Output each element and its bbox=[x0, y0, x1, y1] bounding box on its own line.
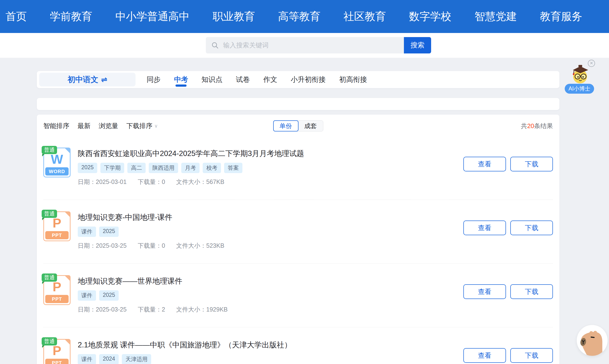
file-type-icon: 普通PPPT bbox=[43, 211, 71, 241]
item-title[interactable]: 地理知识竞赛-中国地理-课件 bbox=[78, 212, 463, 222]
sort-option-2[interactable]: 浏览量 bbox=[99, 122, 118, 130]
download-button[interactable]: 下载 bbox=[510, 284, 553, 299]
download-button[interactable]: 下载 bbox=[510, 157, 553, 171]
item-title[interactable]: 地理知识竞赛——世界地理课件 bbox=[78, 276, 463, 286]
sort-option-0[interactable]: 智能排序 bbox=[43, 122, 69, 130]
tag-4: 月考 bbox=[181, 163, 200, 173]
nav-item-0[interactable]: 首页 bbox=[6, 9, 27, 24]
nav-item-5[interactable]: 社区教育 bbox=[343, 9, 386, 24]
item-tags: 课件2025 bbox=[78, 227, 463, 237]
tag-2: 高二 bbox=[127, 163, 146, 173]
tag-1: 2025 bbox=[99, 227, 119, 237]
nav-item-7[interactable]: 智慧党建 bbox=[474, 9, 517, 24]
sort-options: 智能排序最新浏览量下载排序∨ bbox=[43, 122, 273, 130]
tag-1: 下学期 bbox=[100, 163, 124, 173]
item-meta: 日期：2025-03-25下载量：2文件大小：1929KB bbox=[78, 306, 463, 313]
item-title[interactable]: 陕西省西安虹途职业高中2024-2025学年高二下学期3月月考地理试题 bbox=[78, 149, 463, 159]
item-size: 文件大小：523KB bbox=[176, 242, 224, 250]
tab-6[interactable]: 初高衔接 bbox=[339, 71, 367, 88]
quality-badge: 普通 bbox=[42, 146, 57, 154]
mode-set-button[interactable]: 成套 bbox=[298, 121, 323, 131]
results-count: 共20条结果 bbox=[323, 122, 553, 130]
nav-item-4[interactable]: 高等教育 bbox=[278, 9, 320, 24]
nav-item-2[interactable]: 中小学普通高中 bbox=[115, 9, 189, 24]
item-date: 日期：2025-03-25 bbox=[78, 242, 127, 250]
file-type-icon: 普通PPPT bbox=[43, 275, 71, 305]
item-downloads: 下载量：0 bbox=[138, 178, 165, 186]
tag-3: 陕西适用 bbox=[149, 163, 178, 173]
tab-5[interactable]: 小升初衔接 bbox=[291, 71, 326, 88]
page-content: 初中语文 ⇌ 同步中考知识点试卷作文小升初衔接初高衔接 智能排序最新浏览量下载排… bbox=[0, 58, 609, 364]
mode-single-button[interactable]: 单份 bbox=[273, 120, 298, 131]
results-card: 智能排序最新浏览量下载排序∨ 单份 成套 共20条结果 普通WWORD陕西省西安… bbox=[37, 115, 559, 364]
tab-1[interactable]: 中考 bbox=[174, 71, 188, 88]
results-count-suffix: 条结果 bbox=[534, 122, 553, 130]
table-row: 普通PPPT2.1地质景观 课件——中职《中国旅游地理》（天津大学出版社）课件2… bbox=[43, 327, 553, 364]
mascot-button[interactable] bbox=[577, 325, 608, 356]
tab-3[interactable]: 试卷 bbox=[236, 71, 250, 88]
nav-item-1[interactable]: 学前教育 bbox=[50, 9, 92, 24]
item-meta: 日期：2025-03-25下载量：0文件大小：523KB bbox=[78, 242, 463, 250]
view-button[interactable]: 查看 bbox=[463, 284, 506, 299]
quality-badge: 普通 bbox=[42, 337, 57, 345]
tag-1: 2024 bbox=[99, 354, 119, 364]
tag-2: 天津适用 bbox=[122, 354, 151, 364]
nav-item-6[interactable]: 数字学校 bbox=[409, 9, 451, 24]
search-input[interactable] bbox=[223, 41, 398, 49]
top-nav: 首页学前教育中小学普通高中职业教育高等教育社区教育数字学校智慧党建教育服务 bbox=[0, 0, 609, 33]
close-icon[interactable]: ✕ bbox=[588, 60, 595, 67]
tag-0: 2025 bbox=[78, 163, 97, 173]
item-meta: 日期：2025-03-01下载量：0文件大小：567KB bbox=[78, 178, 463, 186]
file-type-icon: 普通PPPT bbox=[43, 339, 71, 364]
tag-5: 校考 bbox=[203, 163, 221, 173]
ai-assistant-widget[interactable]: ✕ AI小博士 bbox=[564, 60, 595, 94]
tag-6: 答案 bbox=[224, 163, 242, 173]
item-tags: 2025下学期高二陕西适用月考校考答案 bbox=[78, 163, 463, 173]
ai-assistant-label: AI小博士 bbox=[565, 84, 594, 94]
results-count-prefix: 共 bbox=[521, 122, 527, 130]
search-band: 搜索 bbox=[0, 33, 609, 58]
table-row: 普通PPPT地理知识竞赛——世界地理课件课件2025日期：2025-03-25下… bbox=[43, 264, 553, 327]
file-type-icon: 普通WWORD bbox=[43, 148, 71, 177]
tab-2[interactable]: 知识点 bbox=[201, 71, 222, 88]
swap-icon: ⇌ bbox=[101, 75, 107, 84]
subject-label: 初中语文 bbox=[67, 74, 98, 85]
item-size: 文件大小：1929KB bbox=[176, 306, 228, 313]
table-row: 普通WWORD陕西省西安虹途职业高中2024-2025学年高二下学期3月月考地理… bbox=[43, 136, 553, 200]
item-tags: 课件2024天津适用 bbox=[78, 354, 463, 364]
item-body: 陕西省西安虹途职业高中2024-2025学年高二下学期3月月考地理试题2025下… bbox=[78, 148, 463, 186]
subject-selector[interactable]: 初中语文 ⇌ bbox=[39, 73, 136, 86]
search-button[interactable]: 搜索 bbox=[404, 37, 431, 53]
ai-doctor-avatar-icon bbox=[568, 63, 591, 86]
file-type-label: WORD bbox=[45, 167, 69, 176]
item-downloads: 下载量：2 bbox=[138, 306, 165, 313]
file-type-label: PPT bbox=[45, 295, 69, 303]
file-type-label: PPT bbox=[45, 359, 69, 364]
search-icon bbox=[211, 41, 219, 49]
tag-0: 课件 bbox=[78, 354, 96, 364]
quality-badge: 普通 bbox=[42, 210, 57, 218]
search-input-wrap bbox=[206, 37, 404, 53]
nav-item-8[interactable]: 教育服务 bbox=[540, 9, 582, 24]
view-button[interactable]: 查看 bbox=[463, 348, 506, 363]
tab-4[interactable]: 作文 bbox=[263, 71, 277, 88]
item-date: 日期：2025-03-01 bbox=[78, 178, 127, 186]
sort-option-1[interactable]: 最新 bbox=[78, 122, 91, 130]
category-tabs: 同步中考知识点试卷作文小升初衔接初高衔接 bbox=[147, 71, 367, 88]
view-button[interactable]: 查看 bbox=[463, 157, 506, 171]
results-count-number: 20 bbox=[527, 122, 534, 130]
download-button[interactable]: 下载 bbox=[510, 348, 553, 363]
search-box: 搜索 bbox=[206, 37, 431, 53]
table-row: 普通PPPT地理知识竞赛-中国地理-课件课件2025日期：2025-03-25下… bbox=[43, 200, 553, 264]
item-actions: 查看下载 bbox=[463, 284, 553, 299]
download-button[interactable]: 下载 bbox=[510, 221, 553, 235]
sort-option-3[interactable]: 下载排序∨ bbox=[126, 122, 158, 130]
item-size: 文件大小：567KB bbox=[176, 178, 224, 186]
nav-item-3[interactable]: 职业教育 bbox=[213, 9, 255, 24]
tab-0[interactable]: 同步 bbox=[147, 71, 161, 88]
item-title[interactable]: 2.1地质景观 课件——中职《中国旅游地理》（天津大学出版社） bbox=[78, 340, 463, 350]
item-body: 地理知识竞赛-中国地理-课件课件2025日期：2025-03-25下载量：0文件… bbox=[78, 211, 463, 250]
view-button[interactable]: 查看 bbox=[463, 221, 506, 235]
item-actions: 查看下载 bbox=[463, 348, 553, 363]
filter-card: 初中语文 ⇌ 同步中考知识点试卷作文小升初衔接初高衔接 bbox=[37, 71, 559, 88]
